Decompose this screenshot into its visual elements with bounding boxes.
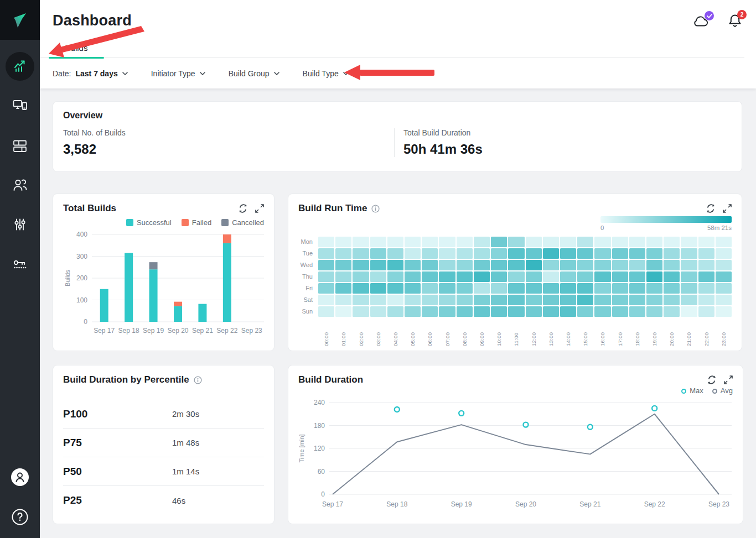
heatmap-cell[interactable]	[560, 271, 576, 282]
heatmap-cell[interactable]	[353, 260, 369, 270]
heatmap-cell[interactable]	[439, 306, 455, 317]
refresh-icon[interactable]	[707, 375, 716, 384]
heatmap-cell[interactable]	[664, 283, 680, 294]
heatmap-cell[interactable]	[716, 271, 732, 282]
heatmap-cell[interactable]	[457, 295, 473, 305]
heatmap-cell[interactable]	[491, 306, 507, 317]
heatmap-cell[interactable]	[370, 260, 386, 270]
heatmap-cell[interactable]	[681, 260, 697, 270]
heatmap-cell[interactable]	[353, 248, 369, 259]
heatmap-cell[interactable]	[681, 237, 697, 247]
heatmap-cell[interactable]	[526, 237, 542, 247]
heatmap-cell[interactable]	[526, 248, 542, 259]
heatmap-cell[interactable]	[716, 295, 732, 305]
heatmap-cell[interactable]	[577, 295, 593, 305]
heatmap-cell[interactable]	[560, 306, 576, 317]
heatmap-cell[interactable]	[439, 283, 455, 294]
heatmap-cell[interactable]	[526, 283, 542, 294]
heatmap-cell[interactable]	[612, 248, 628, 259]
max-point[interactable]	[588, 425, 593, 430]
heatmap-cell[interactable]	[526, 306, 542, 317]
heatmap-cell[interactable]	[664, 248, 680, 259]
heatmap-cell[interactable]	[405, 248, 421, 259]
heatmap-cell[interactable]	[681, 271, 697, 282]
bar-segment-successful[interactable]	[174, 306, 182, 322]
heatmap-cell[interactable]	[474, 260, 490, 270]
heatmap-cell[interactable]	[318, 237, 334, 247]
heatmap-cell[interactable]	[457, 248, 473, 259]
heatmap-cell[interactable]	[405, 260, 421, 270]
legend-item-max[interactable]: Max	[681, 386, 703, 395]
expand-icon[interactable]	[723, 204, 732, 213]
info-icon[interactable]	[371, 205, 380, 213]
refresh-icon[interactable]	[239, 204, 247, 213]
heatmap-cell[interactable]	[681, 306, 697, 317]
bar-segment-successful[interactable]	[198, 304, 206, 322]
heatmap-cell[interactable]	[629, 283, 645, 294]
heatmap-cell[interactable]	[335, 271, 351, 282]
heatmap-cell[interactable]	[457, 271, 473, 282]
heatmap-cell[interactable]	[594, 248, 610, 259]
heatmap-cell[interactable]	[698, 260, 714, 270]
heatmap-cell[interactable]	[405, 295, 421, 305]
heatmap-cell[interactable]	[716, 248, 732, 259]
heatmap-cell[interactable]	[491, 248, 507, 259]
heatmap-cell[interactable]	[370, 283, 386, 294]
heatmap-cell[interactable]	[646, 306, 662, 317]
heatmap-cell[interactable]	[422, 283, 438, 294]
heatmap-cell[interactable]	[405, 306, 421, 317]
heatmap-cell[interactable]	[646, 248, 662, 259]
heatmap-cell[interactable]	[474, 237, 490, 247]
filter-build-group[interactable]: Build Group	[229, 69, 279, 78]
heatmap-cell[interactable]	[543, 248, 559, 259]
heatmap-cell[interactable]	[405, 271, 421, 282]
sidebar-item-help[interactable]	[0, 498, 40, 538]
filter-last-7-days[interactable]: Date:Last 7 days	[53, 69, 128, 78]
heatmap-cell[interactable]	[439, 237, 455, 247]
heatmap-cell[interactable]	[577, 271, 593, 282]
legend-item-avg[interactable]: Avg	[712, 386, 733, 395]
heatmap-cell[interactable]	[508, 248, 524, 259]
bar-segment-cancelled[interactable]	[149, 262, 158, 269]
heatmap-cell[interactable]	[577, 283, 593, 294]
bar-segment-failed[interactable]	[223, 234, 231, 243]
heatmap-cell[interactable]	[439, 271, 455, 282]
cloud-status-button[interactable]	[692, 14, 710, 30]
sidebar-item-apps[interactable]	[0, 86, 40, 126]
heatmap-cell[interactable]	[560, 248, 576, 259]
refresh-icon[interactable]	[706, 204, 715, 213]
filter-initiator-type[interactable]: Initiator Type	[151, 69, 205, 78]
heatmap-cell[interactable]	[491, 237, 507, 247]
heatmap-cell[interactable]	[474, 295, 490, 305]
bar-segment-successful[interactable]	[149, 269, 158, 322]
filter-build-type[interactable]: Build Type	[303, 69, 349, 78]
heatmap-cell[interactable]	[664, 237, 680, 247]
heatmap-cell[interactable]	[629, 306, 645, 317]
heatmap-cell[interactable]	[716, 306, 732, 317]
heatmap-cell[interactable]	[491, 260, 507, 270]
heatmap-cell[interactable]	[646, 237, 662, 247]
heatmap-cell[interactable]	[560, 237, 576, 247]
heatmap-cell[interactable]	[439, 248, 455, 259]
heatmap-cell[interactable]	[474, 248, 490, 259]
heatmap-cell[interactable]	[594, 283, 610, 294]
heatmap-cell[interactable]	[457, 306, 473, 317]
notifications-button[interactable]: 2	[728, 13, 742, 31]
heatmap-cell[interactable]	[664, 295, 680, 305]
heatmap-cell[interactable]	[629, 260, 645, 270]
heatmap-cell[interactable]	[422, 237, 438, 247]
heatmap-cell[interactable]	[353, 237, 369, 247]
heatmap-cell[interactable]	[353, 283, 369, 294]
heatmap-cell[interactable]	[353, 271, 369, 282]
sidebar-item-settings[interactable]	[0, 206, 40, 246]
heatmap-cell[interactable]	[629, 237, 645, 247]
heatmap-cell[interactable]	[353, 306, 369, 317]
heatmap-cell[interactable]	[646, 260, 662, 270]
expand-icon[interactable]	[255, 204, 264, 213]
heatmap-cell[interactable]	[526, 295, 542, 305]
heatmap-cell[interactable]	[457, 283, 473, 294]
tab-builds[interactable]: Builds	[49, 43, 104, 58]
heatmap-cell[interactable]	[335, 248, 351, 259]
max-point[interactable]	[459, 411, 464, 416]
heatmap-cell[interactable]	[543, 283, 559, 294]
